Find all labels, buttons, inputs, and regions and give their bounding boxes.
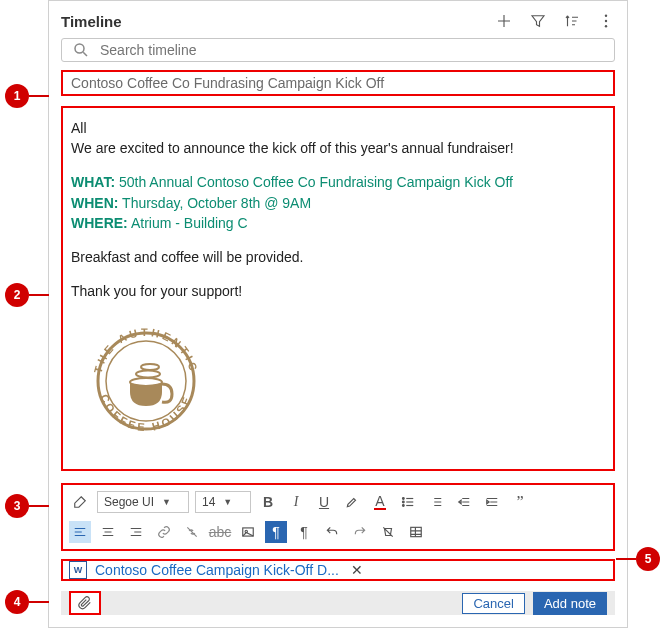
svg-point-2 bbox=[605, 25, 607, 27]
body-line: WHERE: Atrium - Building C bbox=[71, 213, 605, 233]
body-line: Breakfast and coffee will be provided. bbox=[71, 247, 605, 267]
svg-rect-16 bbox=[411, 527, 422, 536]
svg-point-11 bbox=[402, 498, 404, 500]
format-painter-icon[interactable] bbox=[69, 491, 91, 513]
attachment-row: W Contoso Coffee Campaign Kick-Off D... … bbox=[61, 559, 615, 581]
image-button[interactable] bbox=[237, 521, 259, 543]
svg-point-10 bbox=[141, 364, 159, 370]
svg-rect-14 bbox=[243, 528, 254, 536]
body-line: All bbox=[71, 118, 605, 138]
callout-2: 2 bbox=[5, 283, 29, 307]
table-button[interactable] bbox=[405, 521, 427, 543]
body-line: We are excited to announce the kick off … bbox=[71, 138, 605, 158]
footer-bar: Cancel Add note bbox=[61, 591, 615, 615]
filter-icon[interactable] bbox=[529, 12, 547, 30]
sort-icon[interactable] bbox=[563, 12, 581, 30]
note-body-editor[interactable]: All We are excited to announce the kick … bbox=[61, 106, 615, 471]
body-line: WHAT: 50th Annual Contoso Coffee Co Fund… bbox=[71, 172, 605, 192]
search-box[interactable] bbox=[61, 38, 615, 62]
font-family-select[interactable]: Segoe UI▼ bbox=[97, 491, 189, 513]
callout-line bbox=[29, 294, 49, 296]
callout-line bbox=[616, 558, 636, 560]
callout-4: 4 bbox=[5, 590, 29, 614]
svg-point-0 bbox=[605, 15, 607, 17]
callout-3: 3 bbox=[5, 494, 29, 518]
panel-title: Timeline bbox=[61, 13, 122, 30]
callout-line bbox=[29, 601, 49, 603]
rich-text-toolbar: Segoe UI▼ 14▼ B I U A ” abc bbox=[61, 483, 615, 551]
highlight-button[interactable] bbox=[341, 491, 363, 513]
underline-button[interactable]: U bbox=[313, 491, 335, 513]
unlink-button[interactable] bbox=[181, 521, 203, 543]
callout-line bbox=[29, 505, 49, 507]
svg-point-13 bbox=[402, 505, 404, 507]
italic-button[interactable]: I bbox=[285, 491, 307, 513]
font-size-select[interactable]: 14▼ bbox=[195, 491, 251, 513]
align-right-button[interactable] bbox=[125, 521, 147, 543]
rtl-button[interactable]: ¶ bbox=[293, 521, 315, 543]
indent-button[interactable] bbox=[481, 491, 503, 513]
search-icon bbox=[72, 41, 90, 59]
callout-line bbox=[29, 95, 49, 97]
search-input[interactable] bbox=[98, 41, 604, 59]
svg-point-9 bbox=[136, 370, 160, 377]
ltr-button[interactable]: ¶ bbox=[265, 521, 287, 543]
bold-button[interactable]: B bbox=[257, 491, 279, 513]
bullet-list-button[interactable] bbox=[397, 491, 419, 513]
callout-1: 1 bbox=[5, 84, 29, 108]
svg-point-12 bbox=[402, 501, 404, 503]
body-line: WHEN: Thursday, October 8th @ 9AM bbox=[71, 193, 605, 213]
strikethrough-button[interactable]: abc bbox=[209, 521, 231, 543]
redo-button[interactable] bbox=[349, 521, 371, 543]
link-button[interactable] bbox=[153, 521, 175, 543]
align-left-button[interactable] bbox=[69, 521, 91, 543]
attach-file-button[interactable] bbox=[69, 591, 101, 615]
panel-header: Timeline bbox=[61, 11, 615, 32]
cancel-button[interactable]: Cancel bbox=[462, 593, 524, 614]
more-icon[interactable] bbox=[597, 12, 615, 30]
logo-image: THE AUTHENTIC COFFEE HOUSE bbox=[71, 306, 605, 461]
undo-button[interactable] bbox=[321, 521, 343, 543]
outdent-button[interactable] bbox=[453, 491, 475, 513]
svg-point-8 bbox=[130, 378, 162, 386]
word-doc-icon: W bbox=[69, 561, 87, 579]
quote-button[interactable]: ” bbox=[509, 491, 531, 513]
font-color-button[interactable]: A bbox=[369, 491, 391, 513]
align-center-button[interactable] bbox=[97, 521, 119, 543]
header-actions bbox=[495, 12, 615, 30]
attachment-name[interactable]: Contoso Coffee Campaign Kick-Off D... bbox=[95, 562, 339, 578]
clear-format-button[interactable] bbox=[377, 521, 399, 543]
number-list-button[interactable] bbox=[425, 491, 447, 513]
callout-5: 5 bbox=[636, 547, 660, 571]
body-line: Thank you for your support! bbox=[71, 281, 605, 301]
note-title-input[interactable]: Contoso Coffee Co Fundrasing Campaign Ki… bbox=[61, 70, 615, 96]
add-icon[interactable] bbox=[495, 12, 513, 30]
remove-attachment-button[interactable]: ✕ bbox=[351, 562, 363, 578]
timeline-panel: Timeline Contoso Co bbox=[48, 0, 628, 628]
svg-point-1 bbox=[605, 20, 607, 22]
svg-point-3 bbox=[75, 44, 84, 53]
svg-point-15 bbox=[245, 530, 247, 532]
add-note-button[interactable]: Add note bbox=[533, 592, 607, 615]
